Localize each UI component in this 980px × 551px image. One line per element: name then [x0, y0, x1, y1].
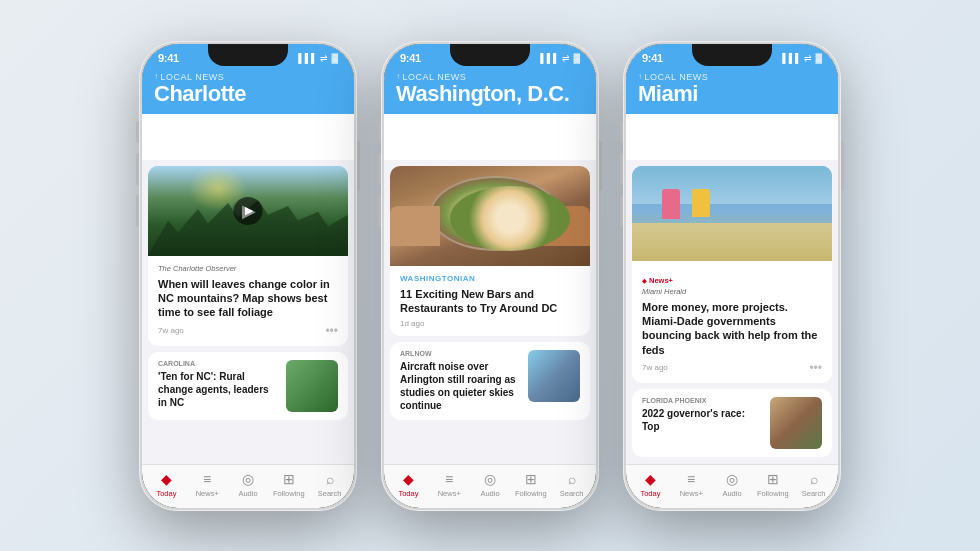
status-icons-miami: ▌▌▌ ⇌ ▓ — [782, 53, 822, 63]
tab-audio-dc[interactable]: ◎ Audio — [470, 471, 511, 498]
more-button-charlotte[interactable]: ••• — [327, 112, 342, 128]
article-source-charlotte: The Charlotte Observer — [158, 264, 338, 273]
beach-hut-yellow — [692, 189, 710, 217]
article-title-dc: 11 Exciting New Bars and Restaurants to … — [400, 287, 580, 316]
status-bar-dc: 9:41 ▌▌▌ ⇌ ▓ — [384, 44, 596, 68]
article-title-miami: More money, more projects. Miami-Dade go… — [642, 300, 822, 357]
tab-newsplus-dc[interactable]: ≡ News+ — [429, 471, 470, 498]
article-time-dc: 1d ago — [400, 319, 424, 328]
following-icon-miami: ⊞ — [767, 471, 779, 487]
secondary-image-miami — [770, 397, 822, 449]
status-icons-dc: ▌▌▌ ⇌ ▓ — [540, 53, 580, 63]
beach-hut-pink — [662, 189, 680, 219]
play-button-charlotte[interactable]: ▶ — [234, 197, 262, 225]
local-news-label-charlotte: LOCAL NEWS — [154, 72, 342, 82]
status-bar-charlotte: 9:41 ▌▌▌ ⇌ ▓ — [142, 44, 354, 68]
secondary-title-miami: 2022 governor's race: Top — [642, 407, 762, 433]
article-more-charlotte[interactable]: ••• — [325, 324, 338, 338]
tab-following-miami[interactable]: ⊞ Following — [752, 471, 793, 498]
cloud-icon-miami — [646, 125, 668, 141]
tab-audio-miami[interactable]: ◎ Audio — [712, 471, 753, 498]
cloud-icon-charlotte — [162, 125, 184, 141]
weather-desc-charlotte: Mostly Cloudy H: 66° L: 59° — [190, 123, 247, 142]
tab-bar-charlotte: ◆ Today ≡ News+ ◎ Audio ⊞ Following — [142, 464, 354, 508]
silent-button-dc — [378, 121, 381, 143]
tab-following-dc[interactable]: ⊞ Following — [510, 471, 551, 498]
power-button — [357, 141, 360, 191]
food-bowl — [430, 176, 560, 251]
screen-content-miami: 9:41 ▌▌▌ ⇌ ▓ LOCAL NEWS Miami ••• — [626, 44, 838, 508]
phone-screen-miami: 9:41 ▌▌▌ ⇌ ▓ LOCAL NEWS Miami ••• — [626, 44, 838, 508]
app-header-miami: LOCAL NEWS Miami ••• — [626, 68, 838, 114]
content-dc: WASHINGTONIAN 11 Exciting New Bars and R… — [384, 160, 596, 464]
more-button-dc[interactable]: ••• — [569, 112, 584, 128]
secondary-article-dc[interactable]: ARLnow Aircraft noise over Arlington sti… — [390, 342, 590, 420]
search-icon-miami: ⌕ — [810, 471, 818, 487]
city-name-miami: Miami — [638, 82, 826, 106]
weather-info-dc: Mostly Cloudy H: 66° L: 55° — [404, 123, 489, 142]
tab-search-charlotte[interactable]: ⌕ Search — [309, 471, 350, 498]
city-name-charlotte: Charlotte — [154, 82, 342, 106]
article-more-miami[interactable]: ••• — [809, 361, 822, 375]
tab-today-charlotte[interactable]: ◆ Today — [146, 471, 187, 498]
signal-icon-dc: ▌▌▌ — [540, 53, 559, 63]
secondary-title-dc: Aircraft noise over Arlington still roar… — [400, 360, 520, 412]
secondary-article-charlotte[interactable]: CAROLINA 'Ten for NC': Rural change agen… — [148, 352, 348, 420]
power-button-miami — [841, 141, 844, 191]
today-icon-miami: ◆ — [645, 471, 656, 487]
weather-desc-miami: Mostly Cloudy H: 66° L: 55° — [674, 123, 731, 142]
tab-newsplus-miami[interactable]: ≡ News+ — [671, 471, 712, 498]
tab-bar-miami: ◆ Today ≡ News+ ◎ Audio ⊞ Following — [626, 464, 838, 508]
today-icon-charlotte: ◆ — [161, 471, 172, 487]
audio-icon-charlotte: ◎ — [242, 471, 254, 487]
main-article-card-miami[interactable]: News+ Miami Herald More money, more proj… — [632, 166, 832, 383]
article-time-charlotte: 7w ago — [158, 326, 184, 335]
tab-today-miami[interactable]: ◆ Today — [630, 471, 671, 498]
phone-miami: 9:41 ▌▌▌ ⇌ ▓ LOCAL NEWS Miami ••• — [623, 41, 841, 511]
newsplus-label-miami: News+ — [680, 489, 703, 498]
status-bar-miami: 9:41 ▌▌▌ ⇌ ▓ — [626, 44, 838, 68]
following-icon-charlotte: ⊞ — [283, 471, 295, 487]
secondary-article-miami[interactable]: FLORIDA PHOENIX 2022 governor's race: To… — [632, 389, 832, 457]
content-charlotte: ▶ The Charlotte Observer When will leave… — [142, 160, 354, 464]
main-article-card-charlotte[interactable]: ▶ The Charlotte Observer When will leave… — [148, 166, 348, 346]
secondary-source-miami: FLORIDA PHOENIX — [642, 397, 762, 404]
today-icon-dc: ◆ — [403, 471, 414, 487]
local-news-label-miami: LOCAL NEWS — [638, 72, 826, 82]
article-meta-dc: 1d ago — [400, 319, 580, 328]
silent-button-miami — [620, 121, 623, 143]
secondary-content-miami: FLORIDA PHOENIX 2022 governor's race: To… — [642, 397, 762, 433]
article-image-dc — [390, 166, 590, 266]
battery-icon: ▓ — [331, 53, 338, 63]
secondary-source-charlotte: CAROLINA — [158, 360, 278, 367]
svg-point-5 — [412, 128, 422, 138]
secondary-content-dc: ARLnow Aircraft noise over Arlington sti… — [400, 350, 520, 412]
newsplus-label-charlotte: News+ — [196, 489, 219, 498]
city-name-dc: Washington, D.C. — [396, 82, 584, 106]
tab-search-miami[interactable]: ⌕ Search — [793, 471, 834, 498]
article-body-charlotte: The Charlotte Observer When will leaves … — [148, 256, 348, 346]
weather-desc-dc: Mostly Cloudy H: 66° L: 55° — [432, 123, 489, 142]
newsplus-icon-dc: ≡ — [445, 471, 453, 487]
tab-following-charlotte[interactable]: ⊞ Following — [268, 471, 309, 498]
tab-newsplus-charlotte[interactable]: ≡ News+ — [187, 471, 228, 498]
volume-up-button — [136, 153, 139, 185]
tab-audio-charlotte[interactable]: ◎ Audio — [228, 471, 269, 498]
more-button-miami[interactable]: ••• — [811, 112, 826, 128]
cloud-icon-dc — [404, 125, 426, 141]
arlington-image — [528, 350, 580, 402]
washingtonian-label: WASHINGTONIAN — [400, 274, 580, 283]
tab-today-dc[interactable]: ◆ Today — [388, 471, 429, 498]
phone-screen-dc: 9:41 ▌▌▌ ⇌ ▓ LOCAL NEWS Washington, D.C.… — [384, 44, 596, 508]
weather-widget-charlotte: Mostly Cloudy H: 66° L: 59° 64° — [152, 114, 344, 152]
search-label-dc: Search — [560, 489, 584, 498]
tab-search-dc[interactable]: ⌕ Search — [551, 471, 592, 498]
weather-widget-dc: Mostly Cloudy H: 66° L: 55° 61° — [394, 114, 586, 152]
following-label-miami: Following — [757, 489, 789, 498]
wifi-icon: ⇌ — [320, 53, 328, 63]
volume-up-button-dc — [378, 153, 381, 185]
article-body-miami: News+ Miami Herald More money, more proj… — [632, 261, 832, 383]
phone-dc: 9:41 ▌▌▌ ⇌ ▓ LOCAL NEWS Washington, D.C.… — [381, 41, 599, 511]
newsplus-icon-miami: ≡ — [687, 471, 695, 487]
main-article-card-dc[interactable]: WASHINGTONIAN 11 Exciting New Bars and R… — [390, 166, 590, 337]
